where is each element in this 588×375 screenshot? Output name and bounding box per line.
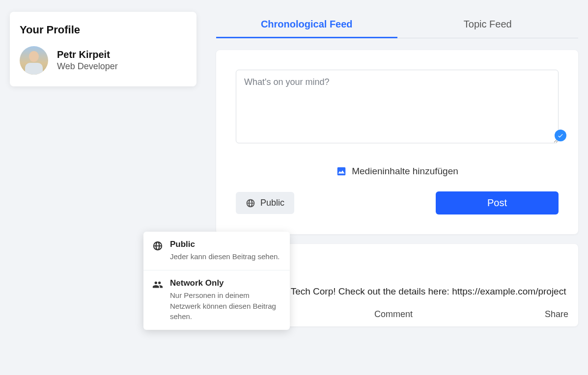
image-icon [336, 166, 347, 177]
post-button[interactable]: Post [436, 191, 559, 214]
privacy-option-title: Network Only [170, 278, 281, 288]
privacy-option-title: Public [170, 240, 280, 249]
people-icon [152, 279, 163, 290]
privacy-selector-button[interactable]: Public [236, 192, 294, 214]
privacy-dropdown: Public Jeder kann diesen Beitrag sehen. … [143, 232, 290, 330]
privacy-option-network[interactable]: Network Only Nur Personen in deinem Netz… [143, 270, 290, 330]
globe-icon [152, 241, 163, 251]
avatar[interactable] [20, 46, 48, 75]
feed-tabs: Chronological Feed Topic Feed [216, 12, 578, 38]
share-button[interactable]: Share [545, 309, 568, 320]
tab-topic[interactable]: Topic Feed [397, 12, 579, 38]
privacy-selected-label: Public [260, 198, 284, 208]
profile-name: Petr Kirpeit [57, 49, 118, 60]
globe-icon [246, 198, 255, 208]
comment-button[interactable]: Comment [374, 309, 413, 320]
profile-card: Your Profile Petr Kirpeit Web Developer [10, 12, 196, 86]
profile-heading: Your Profile [20, 24, 187, 36]
privacy-option-public[interactable]: Public Jeder kann diesen Beitrag sehen. [143, 232, 290, 270]
post-composer: Medieninhalte hinzufügen Public Post [216, 50, 578, 234]
composer-input[interactable] [236, 70, 559, 143]
privacy-option-desc: Nur Personen in deinem Netzwerk können d… [170, 290, 281, 322]
check-icon [557, 132, 564, 139]
tab-chronological[interactable]: Chronological Feed [216, 12, 397, 38]
add-media-label: Medieninhalte hinzufügen [352, 166, 458, 177]
privacy-option-desc: Jeder kann diesen Beitrag sehen. [170, 251, 280, 262]
profile-role: Web Developer [57, 61, 118, 72]
add-media-button[interactable]: Medieninhalte hinzufügen [236, 145, 559, 191]
grammar-check-badge[interactable] [555, 130, 566, 141]
